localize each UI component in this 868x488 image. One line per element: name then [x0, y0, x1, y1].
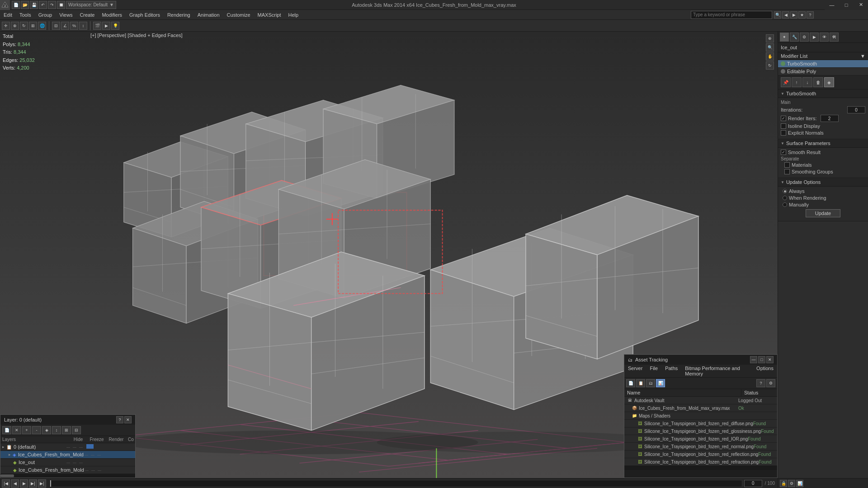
search-submit-button[interactable]: 🔍 — [774, 11, 781, 19]
turbosmooth-header[interactable]: TurboSmooth — [778, 89, 868, 98]
panel-tab-display[interactable]: 👁 — [820, 33, 829, 42]
angle-snap[interactable]: ∠ — [61, 22, 69, 30]
panel-tab-create[interactable]: ✦ — [780, 33, 789, 42]
minimize-button[interactable]: — — [825, 0, 839, 10]
smoothing-groups-checkbox[interactable] — [784, 169, 790, 174]
frame-input[interactable] — [744, 480, 762, 487]
zoom-button[interactable]: 🔍 — [766, 43, 774, 52]
panel-tab-utilities[interactable]: 🛠 — [830, 33, 839, 42]
modifier-list-dropdown-arrow[interactable]: ▼ — [860, 53, 865, 59]
move-tool[interactable]: ⊕ — [11, 22, 19, 30]
menu-views[interactable]: Views — [56, 10, 76, 20]
freeze-dot-out[interactable]: — — [72, 460, 77, 465]
go-end-button[interactable]: ▶| — [38, 479, 46, 488]
menu-help[interactable]: Help — [285, 10, 302, 20]
workspace-selector[interactable]: Workspace: Default ▼ — [66, 1, 116, 9]
rotate-tool[interactable]: ↻ — [20, 22, 28, 30]
layer-new-button[interactable]: 📄 — [2, 426, 11, 434]
render-iters-value[interactable]: 2 — [821, 115, 839, 122]
menu-customize[interactable]: Customize — [223, 10, 254, 20]
ref-coord[interactable]: 🌐 — [38, 22, 46, 30]
asset-tool-4[interactable]: 📊 — [656, 379, 665, 387]
layer-scrollbar-thumb[interactable] — [0, 474, 14, 477]
modifier-list-header[interactable]: Modifier List ▼ — [778, 52, 868, 60]
search-next-button[interactable]: ▶ — [790, 11, 797, 19]
asset-tool-3[interactable]: 🗂 — [646, 379, 655, 387]
search-help-button[interactable]: ? — [807, 11, 814, 19]
pin-button[interactable]: 📌 — [781, 77, 791, 87]
explicit-normals-checkbox[interactable] — [781, 130, 786, 136]
next-frame-button[interactable]: ▶| — [29, 479, 37, 488]
layer-delete-button[interactable]: ✕ — [12, 426, 21, 434]
layer-row-ice-out[interactable]: ◆ Ice_out — — — — [0, 459, 135, 466]
new-button[interactable]: 📄 — [12, 1, 20, 9]
render-dot-out[interactable]: — — [78, 460, 84, 465]
freeze-dot-cubes-sub[interactable]: — — [90, 467, 96, 473]
asset-maximize-button[interactable]: □ — [758, 356, 765, 363]
asset-row-diffuse[interactable]: 🖼 Silicone_Ice_Trayspigeon_bird_fozen_re… — [624, 420, 777, 427]
layer-expand-button[interactable]: ⊞ — [62, 426, 71, 434]
orbit-button[interactable]: ↻ — [766, 61, 774, 70]
open-button[interactable]: 📂 — [21, 1, 29, 9]
menu-modifiers[interactable]: Modifiers — [98, 10, 126, 20]
hide-dot-ice[interactable]: — — [84, 452, 89, 457]
menu-tools[interactable]: Tools — [16, 10, 35, 20]
materials-checkbox[interactable] — [784, 162, 790, 168]
asset-row-vault[interactable]: 🏛 Autodesk Vault Logged Out — [624, 397, 777, 404]
layer-row-ice-cubes-sub[interactable]: ◆ Ice_Cubes_Fresh_from_Mold — — — — [0, 466, 135, 474]
freeze-dot-ice[interactable]: — — [90, 452, 95, 457]
isoline-checkbox[interactable] — [781, 123, 786, 129]
color-swatch-ice[interactable] — [104, 452, 109, 456]
render-dot-default[interactable]: — — [78, 444, 84, 450]
surface-params-header[interactable]: Surface Parameters — [778, 139, 868, 148]
go-start-button[interactable]: |◀ — [2, 479, 10, 488]
show-end-result-button[interactable]: ◈ — [824, 77, 834, 87]
layer-row-ice-cubes[interactable]: ▸ ◈ Ice_Cubes_Fresh_from_Mold — — — — [0, 451, 135, 459]
hide-dot-out[interactable]: — — [66, 460, 71, 465]
layer-select-button[interactable]: ◈ — [42, 426, 51, 434]
redo-button[interactable]: ↷ — [48, 1, 56, 9]
move-mod-down-button[interactable]: ↓ — [802, 77, 812, 87]
snap-toggle[interactable]: ⊟ — [52, 22, 60, 30]
iterations-value[interactable]: 0 — [847, 106, 865, 113]
menu-animation[interactable]: Animation — [194, 10, 223, 20]
layer-sort-button[interactable]: ↕ — [52, 426, 61, 434]
asset-close-button[interactable]: ✕ — [766, 356, 774, 363]
save-button[interactable]: 💾 — [30, 1, 38, 9]
smooth-result-checkbox[interactable] — [781, 150, 786, 155]
asset-menu-file[interactable]: File — [646, 365, 661, 377]
render-iters-checkbox[interactable] — [781, 116, 786, 121]
layer-panel-help-button[interactable]: ? — [116, 416, 123, 423]
search-options-button[interactable]: ★ — [798, 11, 806, 19]
scene-button[interactable]: 🔲 — [57, 1, 65, 9]
asset-row-normal[interactable]: 🖼 Silicone_Ice_Trayspigeon_bird_fozen_re… — [624, 443, 777, 450]
asset-menu-bitmap[interactable]: Bitmap Performance and Memory — [681, 365, 753, 377]
panel-tab-hierarchy[interactable]: ⚙ — [800, 33, 809, 42]
status-icon-1[interactable]: 🔒 — [780, 480, 787, 487]
select-tool[interactable]: ✛ — [2, 22, 10, 30]
status-icon-3[interactable]: 📊 — [796, 480, 803, 487]
modifier-editable-poly[interactable]: Editable Poly — [778, 68, 868, 75]
always-radio[interactable] — [783, 189, 787, 193]
manually-radio[interactable] — [783, 202, 787, 207]
asset-menu-paths[interactable]: Paths — [661, 365, 681, 377]
undo-button[interactable]: ↶ — [39, 1, 47, 9]
activeshade[interactable]: 💡 — [111, 22, 119, 30]
timeline-slider[interactable] — [50, 480, 742, 487]
delete-mod-button[interactable]: 🗑 — [813, 77, 823, 87]
percent-snap[interactable]: % — [70, 22, 78, 30]
hide-dot-cubes-sub[interactable]: — — [84, 467, 90, 473]
render-dot-cubes-sub[interactable]: — — [97, 467, 102, 473]
search-input[interactable] — [691, 11, 772, 19]
panel-tab-modify[interactable]: 🔧 — [790, 33, 799, 42]
spinner-snap[interactable]: ↕ — [79, 22, 87, 30]
play-button[interactable]: ▶ — [20, 479, 28, 488]
asset-row-refract[interactable]: 🖼 Silicone_Ice_Trayspigeon_bird_fozen_re… — [624, 458, 777, 466]
maximize-button[interactable]: □ — [839, 0, 854, 10]
asset-minimize-button[interactable]: — — [750, 356, 757, 363]
menu-edit[interactable]: Edit — [0, 10, 16, 20]
asset-tool-1[interactable]: 📄 — [626, 379, 635, 387]
freeze-dot-default[interactable]: — — [72, 444, 77, 450]
asset-menu-options[interactable]: Options — [753, 365, 777, 377]
asset-tool-2[interactable]: 📋 — [636, 379, 645, 387]
